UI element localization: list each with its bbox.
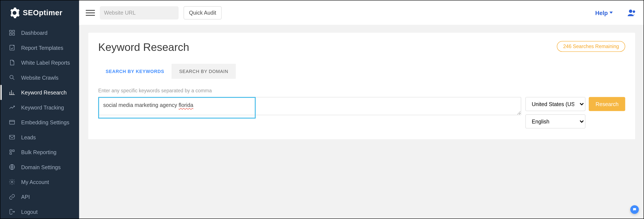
magnify-icon (9, 74, 16, 81)
sidebar-item-keyword-tracking[interactable]: Keyword Tracking (0, 100, 79, 115)
template-icon (9, 44, 16, 51)
sidebar-item-label: Keyword Research (21, 89, 67, 96)
file-icon (9, 59, 16, 66)
language-select[interactable]: English (526, 114, 586, 128)
keywords-instruction: Enter any specific keywords separated by… (98, 88, 625, 94)
quick-audit-button[interactable]: Quick Audit (184, 6, 222, 19)
link-icon (9, 194, 16, 200)
gear-icon (9, 179, 16, 185)
chart-icon (9, 89, 16, 96)
sidebar-item-website-crawls[interactable]: Website Crawls (0, 70, 79, 85)
menu-toggle-button[interactable] (86, 8, 95, 17)
sidebar-item-label: Report Templates (21, 45, 63, 51)
tab-search-by-domain[interactable]: SEARCH BY DOMAIN (172, 64, 236, 78)
svg-rect-9 (13, 150, 14, 152)
research-button[interactable]: Research (589, 97, 625, 111)
brand-name: SEOptimer (23, 8, 62, 18)
website-url-input[interactable] (100, 6, 178, 19)
gears-icon (9, 7, 20, 19)
sidebar-item-logout[interactable]: Logout (0, 204, 79, 219)
sidebar-item-leads[interactable]: Leads (0, 130, 79, 144)
sidebar-item-my-account[interactable]: My Account (0, 174, 79, 189)
sidebar-item-label: Logout (21, 209, 38, 215)
topbar: Quick Audit Help (79, 0, 644, 25)
nav-list: Dashboard Report Templates White Label R… (0, 25, 79, 219)
svg-point-12 (11, 181, 13, 183)
community-icon[interactable] (626, 7, 638, 18)
svg-rect-8 (10, 150, 12, 152)
sidebar: SEOptimer Dashboard Report Templates Whi… (0, 0, 79, 219)
keywords-input[interactable] (98, 97, 521, 115)
searches-remaining-badge: 246 Searches Remaining (557, 41, 625, 52)
sidebar-item-label: Domain Settings (21, 164, 61, 170)
svg-point-5 (10, 75, 13, 78)
svg-rect-1 (13, 30, 14, 32)
sidebar-item-bulk-reporting[interactable]: Bulk Reporting (0, 145, 79, 160)
keyword-research-card: Keyword Research 246 Searches Remaining … (88, 33, 635, 139)
svg-point-14 (632, 10, 635, 13)
sidebar-item-report-templates[interactable]: Report Templates (0, 40, 79, 55)
sidebar-item-embedding-settings[interactable]: Embedding Settings (0, 115, 79, 130)
dashboard-icon (9, 30, 16, 36)
sidebar-item-keyword-research[interactable]: Keyword Research (0, 85, 79, 100)
svg-rect-10 (10, 153, 12, 154)
svg-rect-0 (10, 30, 12, 32)
chat-launcher-button[interactable] (630, 205, 639, 214)
svg-rect-2 (10, 33, 12, 35)
sidebar-item-white-label[interactable]: White Label Reports (0, 55, 79, 70)
sidebar-item-api[interactable]: API (0, 189, 79, 204)
sidebar-item-label: My Account (21, 179, 49, 185)
sidebar-item-label: Embedding Settings (21, 119, 70, 126)
mail-icon (9, 134, 16, 140)
sidebar-item-label: Leads (21, 134, 36, 140)
page-title: Keyword Research (98, 41, 189, 54)
sidebar-item-label: Website Crawls (21, 74, 58, 81)
sidebar-item-label: API (21, 194, 30, 200)
main-content: Quick Audit Help Keyword Research 246 Se… (79, 0, 644, 219)
sidebar-item-domain-settings[interactable]: Domain Settings (0, 160, 79, 174)
trend-icon (9, 104, 16, 111)
country-select[interactable]: United States (US) (526, 97, 586, 111)
svg-rect-6 (10, 120, 14, 124)
grid-icon (9, 149, 16, 156)
svg-rect-7 (10, 135, 14, 139)
sidebar-item-label: White Label Reports (21, 60, 70, 66)
tab-search-by-keywords[interactable]: SEARCH BY KEYWORDS (98, 64, 172, 78)
sidebar-item-dashboard[interactable]: Dashboard (0, 25, 79, 40)
brand-logo[interactable]: SEOptimer (0, 0, 79, 25)
search-tabs: SEARCH BY KEYWORDS SEARCH BY DOMAIN (98, 64, 625, 78)
svg-point-13 (629, 9, 632, 12)
logout-icon (9, 208, 16, 215)
help-menu[interactable]: Help (595, 9, 613, 16)
sidebar-item-label: Keyword Tracking (21, 104, 64, 110)
embed-icon (9, 119, 16, 126)
chat-icon (632, 208, 637, 212)
globe-icon (9, 164, 16, 170)
svg-rect-4 (10, 45, 14, 50)
sidebar-item-label: Dashboard (21, 30, 48, 36)
sidebar-item-label: Bulk Reporting (21, 149, 57, 155)
svg-rect-3 (13, 33, 14, 35)
